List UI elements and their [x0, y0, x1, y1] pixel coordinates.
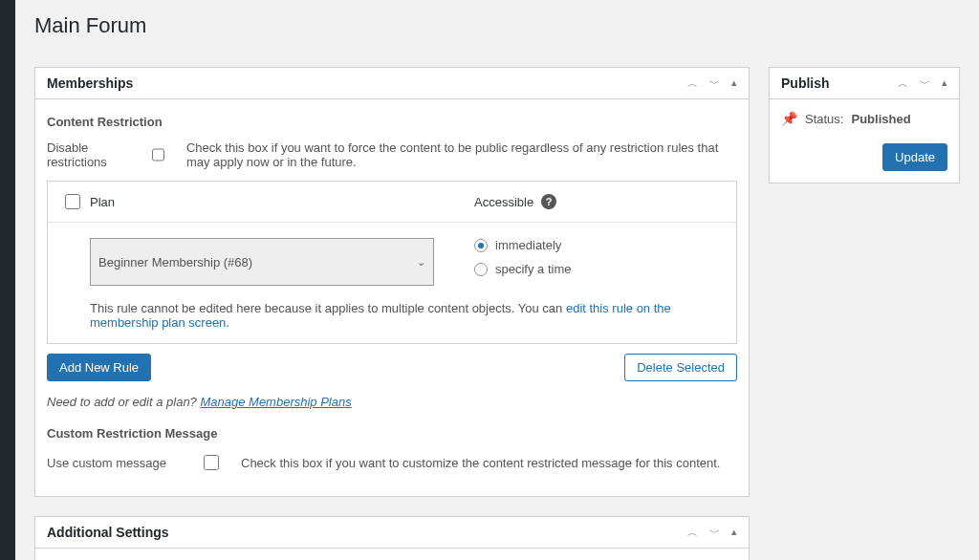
- status-label: Status:: [805, 112, 843, 126]
- memberships-header: Memberships ︿ ﹀ ▴: [35, 68, 749, 99]
- page-title: Main Forum: [34, 13, 979, 38]
- disable-restrictions-hint: Check this box if you want to force the …: [186, 140, 737, 169]
- delete-selected-button[interactable]: Delete Selected: [624, 354, 737, 381]
- additional-settings-box: Additional Settings ︿ ﹀ ▴ Allow non-memb…: [34, 516, 750, 560]
- plan-select[interactable]: Beginner Membership (#68) ⌄: [90, 238, 434, 286]
- custom-message-hint: Check this box if you want to customize …: [241, 456, 720, 470]
- memberships-title: Memberships: [47, 75, 133, 91]
- publish-header: Publish ︿ ﹀ ▴: [770, 68, 959, 99]
- access-specify-radio[interactable]: [474, 263, 488, 276]
- access-specify-label: specify a time: [495, 262, 571, 276]
- plan-select-value: Beginner Membership (#68): [98, 255, 252, 269]
- add-new-rule-button[interactable]: Add New Rule: [47, 354, 151, 381]
- rule-note-suffix: .: [226, 315, 229, 330]
- chevron-down-icon[interactable]: ﹀: [709, 526, 720, 540]
- publish-box: Publish ︿ ﹀ ▴ 📌 Status: Published Update: [769, 67, 960, 183]
- chevron-down-icon[interactable]: ﹀: [709, 76, 720, 91]
- chevron-up-icon[interactable]: ︿: [687, 76, 698, 91]
- plan-column-header: Plan: [90, 195, 474, 209]
- content-restriction-heading: Content Restriction: [47, 115, 737, 129]
- disable-restrictions-checkbox[interactable]: [152, 147, 164, 162]
- rules-table: Plan Accessible ? Beginner Membership (#…: [47, 181, 737, 344]
- key-icon: 📌: [781, 111, 797, 126]
- caret-up-icon[interactable]: ▴: [731, 76, 737, 91]
- rule-note-prefix: This rule cannot be edited here because …: [90, 301, 566, 315]
- chevron-up-icon[interactable]: ︿: [898, 76, 908, 91]
- admin-sidebar-strip: [0, 0, 15, 560]
- rule-note: This rule cannot be edited here because …: [48, 295, 736, 343]
- chevron-down-icon: ⌄: [417, 256, 425, 269]
- status-value: Published: [851, 112, 910, 126]
- chevron-down-icon[interactable]: ﹀: [920, 76, 930, 91]
- custom-message-heading: Custom Restriction Message: [47, 426, 737, 441]
- chevron-up-icon[interactable]: ︿: [687, 526, 698, 540]
- memberships-box: Memberships ︿ ﹀ ▴ Content Restriction Di…: [34, 67, 750, 497]
- custom-message-label: Use custom message: [47, 456, 181, 470]
- additional-settings-header: Additional Settings ︿ ﹀ ▴: [35, 517, 749, 549]
- update-button[interactable]: Update: [882, 143, 947, 171]
- access-immediately-label: immediately: [495, 238, 561, 252]
- manage-plans-link[interactable]: Manage Membership Plans: [200, 395, 351, 409]
- caret-up-icon[interactable]: ▴: [942, 76, 947, 91]
- caret-up-icon[interactable]: ▴: [731, 526, 737, 540]
- select-all-rules-checkbox[interactable]: [65, 194, 80, 209]
- manage-plans-prefix: Need to add or edit a plan?: [47, 395, 197, 409]
- additional-settings-title: Additional Settings: [47, 525, 169, 540]
- access-immediately-radio[interactable]: [474, 239, 488, 252]
- disable-restrictions-label: Disable restrictions: [47, 140, 129, 169]
- publish-title: Publish: [781, 75, 830, 91]
- help-icon[interactable]: ?: [541, 194, 556, 209]
- custom-message-checkbox[interactable]: [204, 455, 219, 470]
- accessible-column-header: Accessible: [474, 195, 533, 209]
